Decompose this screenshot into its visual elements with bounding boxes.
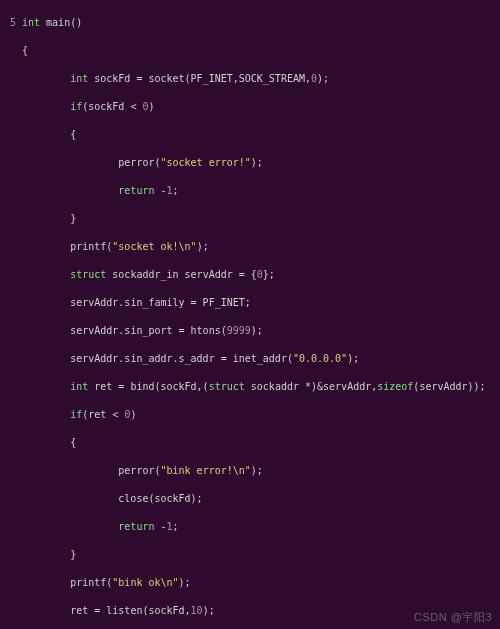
code-token: ); <box>251 465 263 476</box>
code-token: ) <box>148 101 154 112</box>
code-token: } <box>70 549 76 560</box>
code-token: sizeof <box>377 381 413 392</box>
code-token: struct <box>209 381 245 392</box>
code-token: ; <box>173 185 179 196</box>
code-token: 10 <box>191 605 203 616</box>
code-token: - <box>154 521 166 532</box>
code-token: ; <box>173 521 179 532</box>
code-token: int <box>70 381 88 392</box>
code-token: perror( <box>118 157 160 168</box>
code-token: sockaddr_in servAddr = { <box>106 269 257 280</box>
code-token: (servAddr)); <box>413 381 485 392</box>
code-token: (sockFd < <box>82 101 142 112</box>
code-token: ); <box>347 353 359 364</box>
line-number: 5 <box>4 16 16 30</box>
code-token: struct <box>70 269 106 280</box>
code-token: { <box>70 437 76 448</box>
code-token: servAddr.sin_family = PF_INET; <box>70 297 251 308</box>
code-token: sockFd = socket(PF_INET,SOCK_STREAM, <box>88 73 311 84</box>
code-token: printf( <box>70 241 112 252</box>
watermark-text: CSDN @宇阳3 <box>414 610 492 625</box>
code-token: (ret < <box>82 409 124 420</box>
code-token: servAddr.sin_port = htons( <box>70 325 227 336</box>
code-token: "bink ok\n" <box>112 577 178 588</box>
code-token: ); <box>179 577 191 588</box>
code-token: ); <box>197 241 209 252</box>
code-token: ); <box>317 73 329 84</box>
code-token: "bink error!\n" <box>160 465 250 476</box>
code-token: printf( <box>70 577 112 588</box>
code-token: ); <box>251 157 263 168</box>
code-token: ret = bind(sockFd,( <box>88 381 208 392</box>
code-token: "socket ok!\n" <box>112 241 196 252</box>
code-token: ); <box>251 325 263 336</box>
code-token: int <box>70 73 88 84</box>
code-token: }; <box>263 269 275 280</box>
code-token: ) <box>130 409 136 420</box>
code-token: servAddr.sin_addr.s_addr = inet_addr( <box>70 353 293 364</box>
code-token: - <box>154 185 166 196</box>
code-token: int <box>22 17 40 28</box>
code-token: { <box>22 45 28 56</box>
code-token: if <box>70 409 82 420</box>
code-token: } <box>70 213 76 224</box>
code-token: "0.0.0.0" <box>293 353 347 364</box>
code-token: "socket error!" <box>160 157 250 168</box>
code-token: return <box>118 185 154 196</box>
code-token: perror( <box>118 465 160 476</box>
code-token: ret = listen(sockFd, <box>70 605 190 616</box>
code-token: sockaddr *)&servAddr, <box>245 381 377 392</box>
code-token: close(sockFd); <box>118 493 202 504</box>
code-token: { <box>70 129 76 140</box>
code-token: main() <box>40 17 82 28</box>
code-token: 9999 <box>227 325 251 336</box>
code-token: ); <box>203 605 215 616</box>
code-token: if <box>70 101 82 112</box>
code-token: return <box>118 521 154 532</box>
code-editor[interactable]: 5int main() { int sockFd = socket(PF_INE… <box>0 0 500 629</box>
